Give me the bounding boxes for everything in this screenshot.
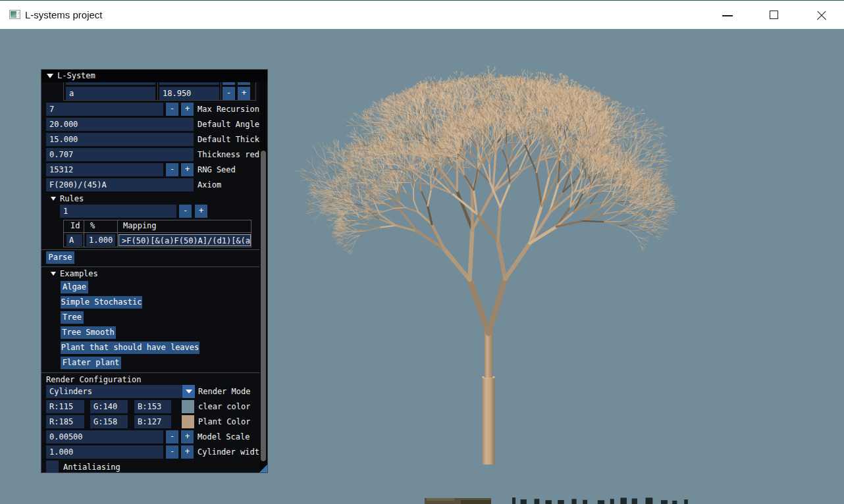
chevron-down-icon bbox=[186, 390, 192, 393]
rules-col-id: Id bbox=[70, 220, 80, 232]
examples-tree-node[interactable]: Examples bbox=[60, 267, 98, 280]
axiom-input[interactable]: F(200)/(45)A bbox=[46, 178, 194, 191]
rng-seed-minus-button[interactable]: - bbox=[166, 163, 178, 176]
default-angle-input[interactable]: 20.000 bbox=[46, 118, 194, 131]
thickness-reduction-label: Thickness red bbox=[198, 148, 259, 161]
clear-color-label: clear color bbox=[198, 400, 250, 413]
model-scale-label: Model Scale bbox=[198, 430, 250, 443]
example-tree-smooth-button[interactable]: Tree Smooth bbox=[61, 326, 116, 339]
max-recursion-plus-button[interactable]: + bbox=[181, 103, 194, 116]
rule-id-input[interactable]: A bbox=[66, 234, 82, 246]
panel-scrollbar[interactable] bbox=[260, 82, 267, 471]
example-tree-button[interactable]: Tree bbox=[61, 311, 84, 324]
antialiasing-label: Antialiasing bbox=[63, 461, 120, 473]
render-mode-label: Render Mode bbox=[198, 385, 250, 398]
parse-button[interactable]: Parse bbox=[46, 251, 74, 264]
rules-col-mapping: Mapping bbox=[123, 220, 157, 232]
app-window: L-systems project L-System a 18.950 - + … bbox=[0, 0, 844, 504]
axiom-label: Axiom bbox=[198, 178, 221, 191]
examples-collapse-arrow-icon[interactable] bbox=[51, 272, 56, 276]
app-icon bbox=[9, 10, 20, 19]
model-scale-minus-button[interactable]: - bbox=[166, 430, 178, 443]
cylinder-width-input[interactable]: 1.000 bbox=[46, 445, 163, 459]
clipped-constant-value-field[interactable] bbox=[159, 82, 219, 85]
titlebar: L-systems project bbox=[0, 0, 844, 29]
render-mode-dropdown-button[interactable] bbox=[182, 385, 195, 398]
clear-color-r-input[interactable]: R:115 bbox=[46, 400, 84, 413]
constant-minus-button[interactable]: - bbox=[223, 87, 235, 100]
cylinder-width-plus-button[interactable]: + bbox=[181, 445, 194, 459]
antialiasing-checkbox[interactable] bbox=[46, 461, 59, 473]
plant-color-swatch[interactable] bbox=[182, 415, 194, 428]
minimize-button[interactable] bbox=[704, 1, 751, 30]
model-scale-input[interactable]: 0.00500 bbox=[46, 430, 163, 443]
clipped-constant-name-field[interactable] bbox=[66, 82, 155, 85]
resize-grip[interactable] bbox=[259, 465, 267, 472]
minimize-icon bbox=[722, 15, 733, 16]
example-plant-leaves-button[interactable]: Plant that should have leaves bbox=[61, 341, 199, 354]
scrollbar-thumb[interactable] bbox=[261, 151, 266, 461]
render-config-header: Render Configuration bbox=[46, 373, 142, 386]
collapse-arrow-icon[interactable] bbox=[47, 74, 53, 78]
rule-pct-input[interactable]: 1.000 bbox=[86, 234, 115, 246]
panel-title: L-System bbox=[57, 70, 95, 82]
model-scale-plus-button[interactable]: + bbox=[181, 430, 194, 443]
plant-color-b-input[interactable]: B:127 bbox=[134, 415, 171, 428]
window-title: L-systems project bbox=[25, 1, 103, 30]
example-flater-plant-button[interactable]: Flater plant bbox=[61, 357, 121, 369]
rng-seed-label: RNG Seed bbox=[198, 163, 236, 176]
constant-value-input[interactable]: 18.950 bbox=[159, 87, 219, 100]
default-thickness-input[interactable]: 15.000 bbox=[46, 133, 194, 146]
clipped-plus-button[interactable] bbox=[238, 82, 250, 85]
rules-tree-node[interactable]: Rules bbox=[60, 192, 84, 205]
clipped-minus-button[interactable] bbox=[223, 82, 235, 85]
rng-seed-plus-button[interactable]: + bbox=[181, 163, 194, 176]
constants-table: a 18.950 - + bbox=[63, 82, 256, 101]
constant-plus-button[interactable]: + bbox=[238, 87, 250, 100]
max-recursion-input[interactable]: 7 bbox=[46, 103, 163, 116]
plant-color-label: Plant Color bbox=[198, 415, 250, 428]
example-algae-button[interactable]: Algae bbox=[61, 281, 88, 293]
lsystem-panel: L-System a 18.950 - + 7 - + Max Recursio… bbox=[41, 69, 268, 473]
render-mode-combo[interactable]: Cylinders bbox=[46, 385, 182, 398]
rules-col-pct: % bbox=[90, 220, 95, 232]
default-angle-label: Default Angle bbox=[198, 118, 259, 131]
cylinder-width-label: Cylinder widt bbox=[198, 445, 259, 459]
close-button[interactable] bbox=[798, 1, 844, 30]
panel-titlebar[interactable]: L-System bbox=[41, 70, 267, 82]
rules-count-input[interactable]: 1 bbox=[60, 205, 176, 218]
clear-color-swatch[interactable] bbox=[182, 400, 194, 413]
example-simple-stochastic-button[interactable]: Simple Stochastic bbox=[61, 296, 142, 309]
maximize-button[interactable] bbox=[751, 1, 797, 30]
default-thickness-label: Default Thick bbox=[198, 133, 259, 146]
clear-color-b-input[interactable]: B:153 bbox=[134, 400, 171, 413]
constant-name-input[interactable]: a bbox=[66, 87, 155, 100]
max-recursion-minus-button[interactable]: - bbox=[166, 103, 178, 116]
rules-minus-button[interactable]: - bbox=[179, 205, 192, 218]
cylinder-width-minus-button[interactable]: - bbox=[166, 445, 178, 459]
rules-table: Id % Mapping A 1.000 >F(50)[&(a)F(50)A]/… bbox=[63, 220, 251, 247]
rules-plus-button[interactable]: + bbox=[195, 205, 207, 218]
thickness-reduction-input[interactable]: 0.707 bbox=[46, 148, 194, 161]
rule-mapping-input[interactable]: >F(50)[&(a)F(50)A]/(d1)[&(a) bbox=[119, 234, 251, 246]
plant-color-g-input[interactable]: G:158 bbox=[90, 415, 128, 428]
maximize-icon bbox=[770, 11, 778, 19]
clear-color-g-input[interactable]: G:140 bbox=[90, 400, 128, 413]
rules-collapse-arrow-icon[interactable] bbox=[51, 197, 56, 201]
plant-color-r-input[interactable]: R:185 bbox=[46, 415, 84, 428]
max-recursion-label: Max Recursion bbox=[198, 103, 259, 116]
rng-seed-input[interactable]: 15312 bbox=[46, 163, 163, 176]
